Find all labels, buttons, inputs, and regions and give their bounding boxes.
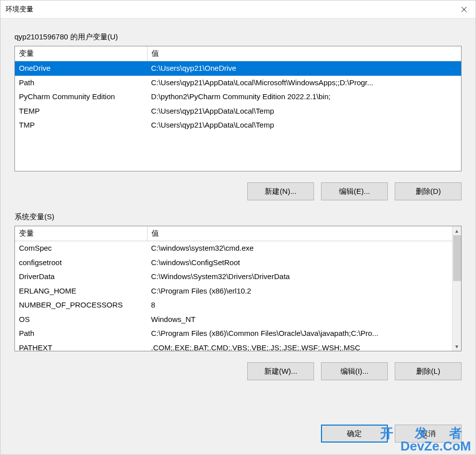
user-vars-buttons: 新建(N)... 编辑(E)... 删除(D) [14, 182, 462, 200]
table-row[interactable]: PyCharm Community EditionD:\python2\PyCh… [15, 90, 461, 104]
ok-button[interactable]: 确定 [321, 425, 388, 443]
user-new-button[interactable]: 新建(N)... [247, 182, 314, 200]
scrollbar[interactable]: ▲ ▼ [452, 226, 461, 351]
table-row[interactable]: OneDriveC:\Users\qyp21\OneDrive [15, 61, 461, 76]
table-row[interactable]: PathC:\Program Files (x86)\Common Files\… [15, 326, 452, 341]
variable-cell: PATHEXT [15, 341, 147, 351]
value-cell: C:\Windows\System32\Drivers\DriverData [147, 270, 452, 284]
table-row[interactable]: NUMBER_OF_PROCESSORS8 [15, 298, 452, 312]
value-cell: C:\windows\system32\cmd.exe [147, 241, 452, 256]
variable-cell: NUMBER_OF_PROCESSORS [15, 298, 147, 312]
user-edit-button[interactable]: 编辑(E)... [321, 182, 388, 200]
value-cell: 8 [147, 298, 452, 312]
column-header-value[interactable]: 值 [147, 46, 461, 61]
table-row[interactable]: TMPC:\Users\qyp21\AppData\Local\Temp [15, 118, 461, 133]
window-title: 环境变量 [5, 5, 33, 14]
table-row[interactable]: ERLANG_HOMEC:\Program Files (x86)\erl10.… [15, 284, 452, 299]
value-cell: Windows_NT [147, 312, 452, 327]
system-edit-button[interactable]: 编辑(I)... [321, 362, 388, 380]
variable-cell: configsetroot [15, 256, 147, 270]
variable-cell: PyCharm Community Edition [15, 90, 147, 104]
user-vars-table[interactable]: 变量 值 OneDriveC:\Users\qyp21\OneDrivePath… [14, 46, 462, 171]
environment-variables-dialog: 环境变量 qyp2101596780 的用户变量(U) 变量 值 OneDriv… [0, 0, 476, 455]
table-row[interactable]: configsetrootC:\windows\ConfigSetRoot [15, 256, 452, 270]
variable-cell: OneDrive [15, 61, 147, 76]
dialog-buttons: 确定 取消 [14, 425, 462, 450]
variable-cell: DriverData [15, 270, 147, 284]
value-cell: C:\Program Files (x86)\Common Files\Orac… [147, 326, 452, 341]
close-button[interactable] [453, 0, 476, 18]
scroll-down-icon[interactable]: ▼ [453, 342, 462, 351]
variable-cell: TMP [15, 118, 147, 133]
user-delete-button[interactable]: 删除(D) [395, 182, 462, 200]
table-row[interactable]: PathC:\Users\qyp21\AppData\Local\Microso… [15, 76, 461, 90]
system-delete-button[interactable]: 删除(L) [395, 362, 462, 380]
scroll-up-icon[interactable]: ▲ [453, 226, 462, 235]
table-row[interactable]: ComSpecC:\windows\system32\cmd.exe [15, 241, 452, 256]
system-vars-label: 系统变量(S) [14, 212, 462, 222]
variable-cell: OS [15, 312, 147, 327]
value-cell: C:\windows\ConfigSetRoot [147, 256, 452, 270]
table-row[interactable]: TEMPC:\Users\qyp21\AppData\Local\Temp [15, 104, 461, 119]
close-icon [461, 6, 467, 12]
column-header-variable[interactable]: 变量 [15, 46, 147, 61]
table-row[interactable]: PATHEXT.COM;.EXE;.BAT;.CMD;.VBS;.VBE;.JS… [15, 341, 452, 351]
system-new-button[interactable]: 新建(W)... [247, 362, 314, 380]
variable-cell: Path [15, 326, 147, 341]
value-cell: C:\Users\qyp21\AppData\Local\Temp [147, 118, 461, 133]
table-row[interactable]: OSWindows_NT [15, 312, 452, 327]
value-cell: D:\python2\PyCharm Community Edition 202… [147, 90, 461, 104]
cancel-button[interactable]: 取消 [395, 425, 462, 443]
variable-cell: TEMP [15, 104, 147, 119]
system-vars-buttons: 新建(W)... 编辑(I)... 删除(L) [14, 362, 462, 380]
dialog-content: qyp2101596780 的用户变量(U) 变量 值 OneDriveC:\U… [0, 18, 476, 455]
titlebar: 环境变量 [0, 0, 476, 18]
system-vars-table[interactable]: 变量 值 ComSpecC:\windows\system32\cmd.exec… [14, 226, 462, 351]
scrollbar-thumb[interactable] [453, 235, 461, 281]
variable-cell: ERLANG_HOME [15, 284, 147, 299]
variable-cell: Path [15, 76, 147, 90]
column-header-variable[interactable]: 变量 [15, 226, 147, 241]
value-cell: .COM;.EXE;.BAT;.CMD;.VBS;.VBE;.JS;.JSE;.… [147, 341, 452, 351]
variable-cell: ComSpec [15, 241, 147, 256]
user-vars-label: qyp2101596780 的用户变量(U) [14, 32, 462, 42]
column-header-value[interactable]: 值 [147, 226, 452, 241]
value-cell: C:\Users\qyp21\OneDrive [147, 61, 461, 76]
value-cell: C:\Users\qyp21\AppData\Local\Microsoft\W… [147, 76, 461, 90]
value-cell: C:\Program Files (x86)\erl10.2 [147, 284, 452, 299]
value-cell: C:\Users\qyp21\AppData\Local\Temp [147, 104, 461, 119]
table-row[interactable]: DriverDataC:\Windows\System32\Drivers\Dr… [15, 270, 452, 284]
